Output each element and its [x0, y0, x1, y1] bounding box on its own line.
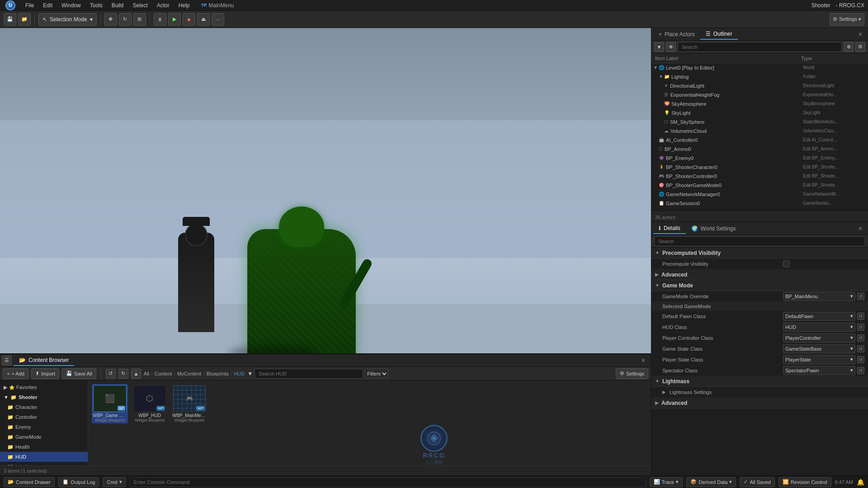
cb-health[interactable]: 📁 Health [0, 442, 88, 452]
translate-btn[interactable]: ✥ [104, 13, 117, 26]
menu-file[interactable]: File [21, 1, 38, 9]
revision-control-btn[interactable]: 🔀 Revision Control [778, 477, 831, 487]
trace-btn[interactable]: 📊 Trace ▾ [650, 477, 683, 487]
gamemode-override-select[interactable]: BP_MainMenu ▾ [783, 292, 855, 301]
outliner-item-skylight[interactable]: 💡 SkyLight SkyLight [651, 108, 868, 117]
cb-settings-btn[interactable]: ⚙ Settings [616, 368, 648, 379]
derived-data-btn[interactable]: 📦 Derived Data ▾ [686, 477, 736, 487]
outliner-item-expfog[interactable]: 🌫 ExponentialHeightFog ExponentialHei... [651, 90, 868, 99]
output-log-btn[interactable]: 📋 Output Log [58, 477, 99, 487]
player-state-select[interactable]: PlayerState ▾ [783, 355, 855, 364]
settings-btn[interactable]: ⚙ Settings ▾ [830, 13, 864, 26]
default-pawn-reset[interactable]: ↺ [857, 313, 864, 320]
cb-hud[interactable]: 📁 HUD [0, 452, 88, 462]
menu-window[interactable]: Window [57, 1, 85, 9]
world-settings-tab[interactable]: 🌍 World Settings [686, 224, 741, 234]
cb-favorites[interactable]: ▶ ⭐ Favorites [0, 382, 88, 392]
asset-wbp-hud[interactable]: ⬡ WP WBP_HUD Widget Blueprint [132, 384, 168, 423]
game-mode-section[interactable]: ▼ Game Mode [651, 280, 868, 291]
asset-wbp-gameover[interactable]: ⬛ BP WBP_Game Over Widget Blueprint [92, 384, 128, 423]
outliner-item-shooter-char[interactable]: 🧍 BP_ShooterCharacter0 Edit BP_Shoote... [651, 163, 868, 172]
add-btn[interactable]: + + Add [3, 368, 28, 379]
selection-mode-dropdown[interactable]: ↖ Selection Mode ▾ [38, 13, 97, 26]
breadcrumb-blueprints[interactable]: Blueprints [207, 371, 229, 376]
outliner-item-dirlight[interactable]: ☀ DirectionalLight DirectionalLight [651, 81, 868, 90]
cb-controller[interactable]: 📁 Controller [0, 412, 88, 422]
import-btn[interactable]: ⬆ Import [31, 368, 59, 379]
lightmass-settings-row[interactable]: ▶ Lightmass Settings [651, 387, 868, 398]
outliner-filter-btn[interactable]: ▼ [654, 42, 664, 52]
player-state-reset[interactable]: ↺ [857, 356, 864, 363]
cb-nav-back[interactable]: ↺ [106, 369, 116, 379]
outliner-item-ammo[interactable]: ⬡ BP_Ammo0 Edit BP_Ammo... [651, 145, 868, 154]
cb-filter-dropdown[interactable]: Filters [365, 369, 388, 379]
outliner-list[interactable]: ▼ 🌐 Level0 [Play In Editor] World ▼ 📁 Li… [651, 63, 868, 212]
cb-enemy[interactable]: 📁 Enemy [0, 422, 88, 432]
more-options-btn[interactable]: ··· [212, 13, 224, 26]
play-btn[interactable]: ▶ [168, 13, 181, 26]
pause-btn[interactable]: ⏸ [154, 13, 166, 26]
cb-interface[interactable]: 📁 Interface [0, 462, 88, 465]
advanced-section-1[interactable]: ▶ Advanced [651, 269, 868, 280]
outliner-add-btn[interactable]: ⊕ [844, 42, 854, 52]
menu-select[interactable]: Select [128, 1, 152, 9]
cb-character[interactable]: 📁 Character [0, 402, 88, 412]
player-ctrl-reset[interactable]: ↺ [857, 334, 864, 342]
outliner-vis-btn[interactable]: 👁 [666, 42, 676, 52]
hud-class-reset[interactable]: ↺ [857, 324, 864, 331]
game-state-reset[interactable]: ↺ [857, 345, 864, 352]
menu-build[interactable]: Build [107, 1, 128, 9]
details-close-btn[interactable]: ✕ [854, 225, 866, 233]
outliner-item-gamesession[interactable]: 📋 GameSession0 GameSessio... [651, 199, 868, 208]
spectator-select[interactable]: SpectatorPawn ▾ [783, 366, 855, 375]
breadcrumb-mycontent[interactable]: MyContent [177, 371, 201, 376]
content-drawer-btn[interactable]: 📂 Content Drawer [4, 477, 55, 487]
menu-tools[interactable]: Tools [85, 1, 107, 9]
outliner-item-volclouds[interactable]: ☁ VolumetricCloud VolumetricClou... [651, 127, 868, 136]
hud-class-select[interactable]: HUD ▾ [783, 323, 855, 332]
menu-help[interactable]: Help [174, 1, 194, 9]
rotate-btn[interactable]: ↻ [119, 13, 132, 26]
open-btn[interactable]: 📁 [18, 13, 31, 26]
gamemode-override-reset[interactable]: ↺ [857, 293, 864, 300]
scale-btn[interactable]: ⊞ [133, 13, 146, 26]
stop-btn[interactable]: ■ [183, 13, 195, 26]
advanced-section-2[interactable]: ▶ Advanced [651, 398, 868, 408]
cb-drawer-btn[interactable]: ☰ [2, 356, 12, 366]
cb-nav-up[interactable]: ▲ [131, 369, 141, 379]
precomputed-vis-section[interactable]: ▼ Precomputed Visibility [651, 248, 868, 258]
place-actors-tab[interactable]: + Place Actors [653, 29, 700, 39]
default-pawn-select[interactable]: DefaultPawn ▾ [783, 312, 855, 321]
outliner-search[interactable] [678, 42, 842, 52]
outliner-item-skysphere[interactable]: ⬡ SM_SkySphere StaticMeshActo... [651, 117, 868, 127]
cb-gamemode[interactable]: 📁 GameMode [0, 432, 88, 442]
details-tab[interactable]: ℹ Details [653, 223, 686, 234]
save-all-btn[interactable]: 💾 Save All [62, 368, 96, 379]
cb-close-btn[interactable]: ✕ [637, 357, 649, 365]
breadcrumb-all[interactable]: All [144, 371, 149, 376]
player-ctrl-select[interactable]: PlayerController ▾ [783, 333, 855, 343]
cb-shooter[interactable]: ▼ 📁 Shooter [0, 392, 88, 402]
all-saved-btn[interactable]: ✓ All Saved [740, 477, 774, 487]
save-btn[interactable]: 💾 [4, 13, 16, 26]
outliner-settings-btn[interactable]: ⚙ [855, 42, 865, 52]
breadcrumb-hud[interactable]: HUD [234, 371, 245, 376]
outliner-item-skyatmo[interactable]: 🌄 SkyAtmosphere SkyAtmosphere [651, 99, 868, 108]
precompute-vis-checkbox[interactable] [783, 261, 789, 267]
cb-search-input[interactable] [255, 369, 363, 379]
outliner-item-shooter-ctrl[interactable]: 🎮 BP_ShooterController0 Edit BP_Shoote..… [651, 172, 868, 181]
eject-btn[interactable]: ⏏ [197, 13, 210, 26]
outliner-item-shooter-gm[interactable]: 🎯 BP_ShooterGameMode0 Edit BP_Shoote... [651, 181, 868, 190]
outliner-close-btn[interactable]: ✕ [854, 30, 866, 38]
outliner-item-netmanager[interactable]: 🌐 GameNetworkManager0 GameNetworkM... [651, 190, 868, 199]
outliner-item-enemy[interactable]: 👾 BP_Enemy0 Edit BP_Enemy... [651, 154, 868, 163]
spectator-reset[interactable]: ↺ [857, 367, 864, 374]
cb-nav-forward[interactable]: ↻ [118, 369, 128, 379]
breadcrumb-content[interactable]: Content [155, 371, 172, 376]
outliner-item-ai[interactable]: 🤖 AI_Controller0 Edit AI_Control... [651, 136, 868, 145]
outliner-tab[interactable]: ☰ Outliner [700, 29, 738, 40]
console-command-input[interactable] [130, 477, 646, 487]
cmd-selector[interactable]: Cmd ▾ [103, 477, 126, 487]
game-state-select[interactable]: GameStateBase ▾ [783, 344, 855, 353]
details-search-input[interactable] [654, 236, 865, 246]
